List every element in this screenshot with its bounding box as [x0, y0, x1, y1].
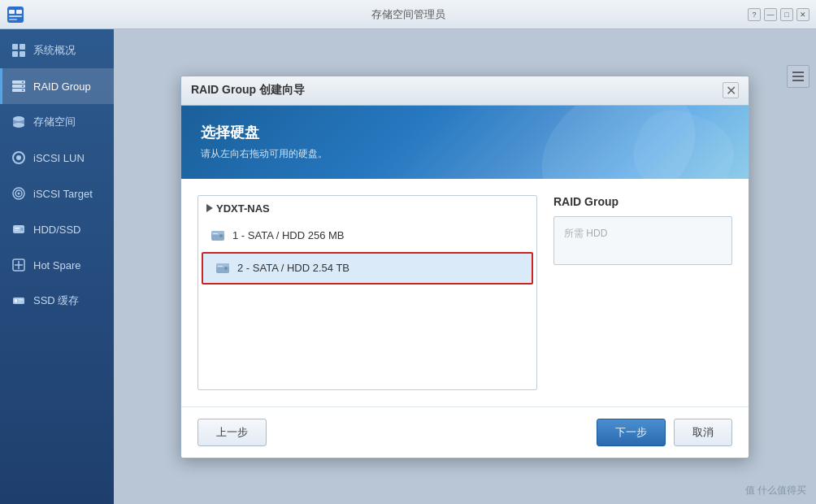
banner-heading: 选择硬盘 — [201, 123, 729, 142]
svg-rect-31 — [15, 299, 17, 302]
sidebar: 系统概况 RAID Group — [0, 29, 114, 504]
next-button[interactable]: 下一步 — [597, 419, 666, 446]
banner-subtext: 请从左向右拖动可用的硬盘。 — [201, 147, 729, 161]
svg-rect-32 — [19, 299, 23, 301]
disk2-icon — [215, 260, 231, 276]
iscsi-target-icon — [11, 185, 27, 202]
title-bar: 存储空间管理员 ? — □ ✕ — [0, 0, 816, 29]
svg-rect-25 — [15, 228, 20, 229]
maximize-button[interactable]: □ — [780, 8, 793, 21]
sidebar-label-hot-spare: Hot Spare — [33, 259, 81, 272]
sidebar-item-iscsi-lun[interactable]: iSCSI LUN — [0, 140, 114, 176]
content-area: 系统概况 RAID Group — [0, 29, 816, 504]
help-button[interactable]: ? — [748, 8, 761, 21]
footer-right-buttons: 下一步 取消 — [597, 419, 732, 446]
svg-rect-3 — [9, 15, 22, 17]
watermark: 值 什么值得买 — [745, 484, 806, 497]
svg-rect-7 — [12, 51, 18, 57]
svg-rect-33 — [19, 302, 21, 302]
sidebar-item-overview[interactable]: 系统概况 — [0, 33, 114, 68]
sidebar-item-iscsi-target[interactable]: iSCSI Target — [0, 176, 114, 211]
hdd-ssd-icon — [11, 221, 27, 237]
dialog-footer: 上一步 下一步 取消 — [181, 406, 749, 458]
create-raid-dialog: RAID Group 创建向导 ✕ 选择硬盘 请从左向右拖动可用的硬盘。 — [180, 76, 749, 458]
app-window: 存储空间管理员 ? — □ ✕ 系统概况 — [0, 0, 816, 504]
app-icon — [7, 6, 24, 24]
overview-icon — [11, 42, 27, 59]
disk-item-1[interactable]: 1 - SATA / HDD 256 MB — [198, 221, 536, 250]
nas-section-header: YDXT-NAS — [198, 196, 536, 221]
close-button[interactable]: ✕ — [796, 8, 809, 21]
dialog-close-button[interactable]: ✕ — [723, 82, 739, 98]
svg-point-36 — [219, 234, 223, 237]
svg-rect-8 — [20, 51, 25, 57]
dialog-overlay: RAID Group 创建向导 ✕ 选择硬盘 请从左向右拖动可用的硬盘。 — [114, 29, 816, 504]
iscsi-lun-icon — [11, 150, 27, 166]
nas-name: YDXT-NAS — [216, 202, 270, 215]
svg-point-13 — [22, 85, 24, 87]
svg-rect-37 — [213, 233, 218, 234]
raid-group-title: RAID Group — [553, 195, 732, 208]
svg-rect-4 — [9, 19, 17, 20]
svg-point-17 — [13, 123, 24, 128]
svg-rect-41 — [218, 266, 223, 267]
main-content: RAID Group 创建向导 ✕ 选择硬盘 请从左向右拖动可用的硬盘。 — [114, 29, 816, 504]
svg-point-22 — [18, 193, 20, 195]
ssd-cache-icon — [11, 293, 27, 309]
raid-drop-zone[interactable]: 所需 HDD — [553, 216, 732, 265]
minimize-button[interactable]: — — [764, 8, 777, 21]
svg-rect-6 — [20, 44, 25, 50]
svg-rect-35 — [211, 231, 224, 235]
svg-rect-1 — [9, 10, 15, 14]
svg-point-40 — [224, 267, 228, 270]
title-bar-controls: ? — □ ✕ — [748, 8, 809, 21]
disk2-label: 2 - SATA / HDD 2.54 TB — [237, 262, 349, 274]
svg-point-19 — [16, 155, 21, 160]
sidebar-label-iscsi-target: iSCSI Target — [33, 188, 93, 200]
disk1-icon — [210, 228, 226, 244]
sidebar-label-hdd-ssd: HDD/SSD — [33, 224, 81, 236]
sidebar-item-storage[interactable]: 存储空间 — [0, 104, 114, 140]
svg-point-14 — [22, 89, 24, 91]
storage-icon — [11, 114, 27, 130]
sidebar-item-raid[interactable]: RAID Group — [0, 68, 114, 104]
expand-triangle-icon — [206, 204, 213, 212]
raid-icon — [11, 78, 27, 94]
dialog-titlebar: RAID Group 创建向导 ✕ — [181, 76, 749, 106]
app-title: 存储空间管理员 — [371, 7, 445, 22]
svg-rect-39 — [216, 263, 229, 267]
dialog-title: RAID Group 创建向导 — [191, 83, 305, 98]
sidebar-label-storage: 存储空间 — [33, 115, 76, 129]
svg-rect-5 — [12, 44, 18, 50]
svg-point-12 — [22, 81, 24, 83]
svg-rect-2 — [16, 10, 22, 14]
svg-point-24 — [20, 228, 24, 231]
sidebar-label-iscsi-lun: iSCSI LUN — [33, 152, 85, 164]
raid-group-panel: RAID Group 所需 HDD — [553, 195, 732, 390]
disk-list-panel: YDXT-NAS — [197, 195, 537, 390]
dialog-body: YDXT-NAS — [181, 179, 749, 406]
raid-placeholder: 所需 HDD — [564, 228, 607, 239]
sidebar-item-hdd-ssd[interactable]: HDD/SSD — [0, 211, 114, 247]
hot-spare-icon — [11, 257, 27, 273]
sidebar-label-ssd-cache: SSD 缓存 — [33, 293, 79, 308]
title-bar-left — [7, 6, 24, 24]
sidebar-item-hot-spare[interactable]: Hot Spare — [0, 247, 114, 283]
cancel-button[interactable]: 取消 — [674, 419, 732, 446]
sidebar-label-raid: RAID Group — [33, 80, 91, 93]
disk-item-2[interactable]: 2 - SATA / HDD 2.54 TB — [202, 252, 533, 285]
dialog-banner: 选择硬盘 请从左向右拖动可用的硬盘。 — [181, 106, 749, 179]
disk1-label: 1 - SATA / HDD 256 MB — [232, 229, 345, 241]
sidebar-label-overview: 系统概况 — [33, 43, 76, 58]
back-button[interactable]: 上一步 — [197, 419, 267, 446]
sidebar-item-ssd-cache[interactable]: SSD 缓存 — [0, 283, 114, 319]
svg-rect-26 — [15, 230, 18, 231]
